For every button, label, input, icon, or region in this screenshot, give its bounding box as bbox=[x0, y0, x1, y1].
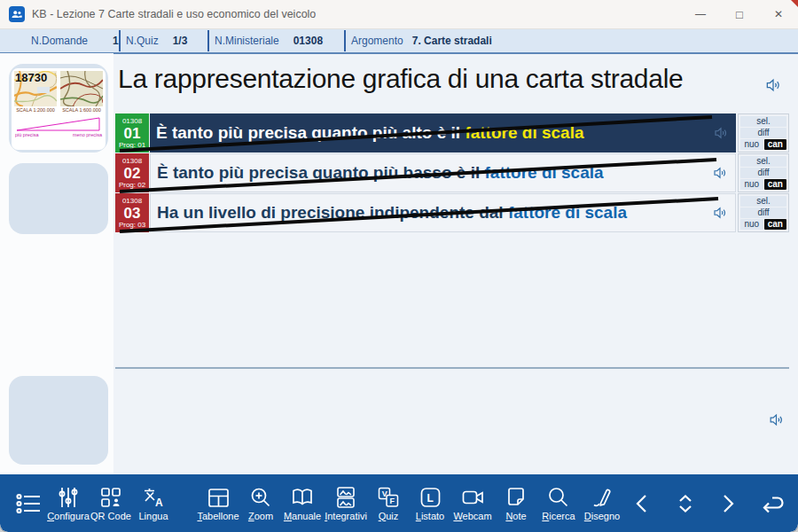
toolbar-lingua[interactable]: A Lingua bbox=[131, 474, 176, 532]
badge-code: 01308 bbox=[122, 158, 142, 165]
toolbar-quiz[interactable]: V F Quiz bbox=[370, 474, 407, 532]
diff-button[interactable]: diff bbox=[740, 168, 786, 178]
answer-text: È tanto più precisa quanto più alto è il bbox=[156, 123, 465, 142]
nuo-button[interactable]: nuo bbox=[740, 139, 763, 150]
chevron-up-down-icon bbox=[672, 490, 699, 517]
question-audio-icon[interactable] bbox=[764, 76, 782, 94]
toolbar-integrativi[interactable]: Integrativi bbox=[317, 474, 374, 532]
separator bbox=[344, 30, 346, 51]
diff-button[interactable]: diff bbox=[740, 128, 786, 138]
flip-button[interactable] bbox=[666, 474, 705, 532]
toolbar-ricerca[interactable]: Ricerca bbox=[536, 474, 582, 532]
stat-domande: N.Domande 1 bbox=[0, 29, 113, 52]
sel-button[interactable]: sel. bbox=[740, 156, 786, 167]
badge-code: 01308 bbox=[122, 118, 142, 125]
can-button[interactable]: can bbox=[764, 219, 787, 230]
can-button[interactable]: can bbox=[764, 179, 787, 190]
grid-board-icon bbox=[207, 486, 230, 509]
stats-bar: N.Domande 1 N.Quiz 1/3 N.Ministeriale 01… bbox=[0, 29, 798, 54]
question-title: La rappresentazione grafica di una carta… bbox=[118, 64, 765, 94]
chevron-right-icon bbox=[715, 491, 739, 516]
toolbar: Configura QR Code A Lingua bbox=[0, 474, 798, 532]
badge-progress: Prog: 03 bbox=[119, 222, 145, 229]
stat-value: 1/3 bbox=[173, 35, 188, 47]
diff-button[interactable]: diff bbox=[740, 207, 786, 218]
toolbar-qrcode[interactable]: QR Code bbox=[87, 474, 135, 532]
figure-number: 18730 bbox=[15, 71, 47, 84]
toolbar-listato[interactable]: L Listato bbox=[409, 474, 451, 532]
window-title: KB - Lezione 7 Carte stradali e uso econ… bbox=[32, 8, 316, 20]
map-thumb-right: SCALA 1:600.000 bbox=[60, 71, 103, 113]
toolbar-note[interactable]: Note bbox=[497, 474, 535, 532]
page-audio-icon[interactable] bbox=[768, 411, 785, 428]
list-box-icon: L bbox=[419, 486, 442, 509]
answer-badge: 01308 01 Prog: 01 bbox=[115, 113, 149, 153]
return-button[interactable] bbox=[750, 474, 793, 532]
answer-text-cell[interactable]: È tanto più precisa quanto più basso è i… bbox=[150, 153, 736, 192]
answer-audio-icon[interactable] bbox=[712, 205, 728, 221]
answer-audio-icon[interactable] bbox=[713, 125, 729, 141]
svg-text:A: A bbox=[155, 497, 163, 509]
precision-label-left: più precisa bbox=[15, 132, 39, 137]
stat-value: 7. Carte stradali bbox=[412, 35, 492, 47]
answer-audio-icon[interactable] bbox=[712, 165, 728, 181]
list-menu-icon bbox=[15, 491, 42, 516]
sidebar: 18730 SCALA 1:200.000 bbox=[0, 53, 113, 474]
toolbar-zoom[interactable]: Zoom bbox=[241, 474, 280, 532]
answer-row-2[interactable]: 01308 02 Prog: 02 È tanto più precisa qu… bbox=[115, 153, 789, 192]
note-icon bbox=[505, 486, 528, 509]
scale-caption-right: SCALA 1:600.000 bbox=[60, 107, 103, 113]
minimize-button[interactable]: — bbox=[681, 0, 720, 28]
nuo-button[interactable]: nuo bbox=[740, 179, 763, 190]
separator bbox=[119, 30, 121, 51]
answer-text-cell[interactable]: È tanto più precisa quanto più alto è il… bbox=[150, 113, 736, 153]
corner-marker bbox=[791, 0, 798, 7]
toolbar-webcam[interactable]: Webcam bbox=[448, 474, 497, 532]
app-icon bbox=[9, 6, 25, 22]
next-button[interactable] bbox=[709, 474, 745, 532]
badge-progress: Prog: 01 bbox=[119, 142, 145, 149]
badge-number: 03 bbox=[124, 206, 141, 221]
stat-label: N.Ministeriale bbox=[215, 35, 279, 47]
stat-value: 01308 bbox=[293, 35, 323, 47]
can-button[interactable]: can bbox=[764, 139, 787, 150]
chevron-left-icon bbox=[630, 491, 655, 516]
pen-draw-icon bbox=[591, 486, 614, 509]
stat-label: Argomento bbox=[351, 35, 403, 47]
sidebar-figure-slot[interactable]: 18730 SCALA 1:200.000 bbox=[9, 64, 108, 153]
stat-quiz: N.Quiz 1/3 bbox=[126, 29, 202, 52]
answer-row-3[interactable]: 01308 03 Prog: 03 Ha un livello di preci… bbox=[115, 193, 789, 232]
separator bbox=[207, 30, 209, 51]
answer-highlight: fattore di scala bbox=[465, 123, 583, 142]
stat-ministeriale: N.Ministeriale 01308 bbox=[215, 29, 339, 52]
svg-text:L: L bbox=[427, 492, 434, 505]
maximize-button[interactable]: □ bbox=[720, 0, 759, 28]
answer-text-cell[interactable]: Ha un livello di precisione indipendente… bbox=[150, 193, 736, 232]
search-icon bbox=[547, 486, 570, 509]
toolbar-tabellone[interactable]: Tabellone bbox=[191, 474, 246, 532]
badge-number: 02 bbox=[124, 166, 141, 181]
answer-controls: sel. diff nuo can bbox=[738, 113, 789, 153]
scale-caption-left: SCALA 1:200.000 bbox=[14, 107, 57, 113]
true-false-icon: V F bbox=[377, 486, 401, 509]
sel-button[interactable]: sel. bbox=[740, 116, 786, 127]
answer-controls: sel. diff nuo can bbox=[738, 193, 789, 232]
toolbar-disegno[interactable]: Disegno bbox=[578, 474, 626, 532]
badge-number: 01 bbox=[124, 126, 141, 141]
images-icon bbox=[334, 486, 357, 509]
answer-highlight: fattore di scala bbox=[508, 203, 627, 222]
sidebar-empty-slot-2[interactable] bbox=[9, 376, 108, 465]
answer-row-1[interactable]: 01308 01 Prog: 01 È tanto più precisa qu… bbox=[115, 113, 789, 153]
sel-button[interactable]: sel. bbox=[740, 196, 786, 207]
content-divider bbox=[115, 367, 789, 369]
answer-badge: 01308 02 Prog: 02 bbox=[115, 153, 149, 192]
prev-button[interactable] bbox=[625, 474, 661, 532]
stat-argomento: Argomento 7. Carte stradali bbox=[351, 29, 492, 52]
answers-list: 01308 01 Prog: 01 È tanto più precisa qu… bbox=[115, 113, 789, 233]
svg-text:F: F bbox=[389, 497, 395, 505]
badge-code: 01308 bbox=[122, 198, 142, 205]
nuo-button[interactable]: nuo bbox=[740, 219, 763, 230]
sidebar-empty-slot-1[interactable] bbox=[9, 163, 108, 234]
return-arrow-icon bbox=[757, 490, 786, 517]
answer-controls: sel. diff nuo can bbox=[738, 153, 789, 192]
